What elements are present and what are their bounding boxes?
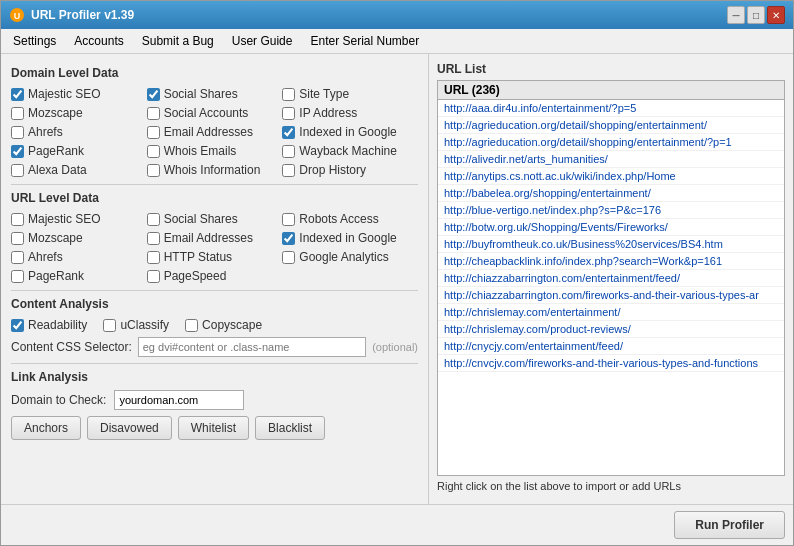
domain-wayback-machine: Wayback Machine xyxy=(282,143,418,159)
url-indexed-google: Indexed in Google xyxy=(282,230,418,246)
copyscape-label: Copyscape xyxy=(202,318,262,332)
domain-ip-address-checkbox[interactable] xyxy=(282,107,295,120)
main-window: U URL Profiler v1.39 ─ □ ✕ Settings Acco… xyxy=(0,0,794,546)
domain-alexa-checkbox[interactable] xyxy=(11,164,24,177)
list-item[interactable]: http://anytips.cs.nott.ac.uk/wiki/index.… xyxy=(438,168,784,185)
domain-majestic-seo-checkbox[interactable] xyxy=(11,88,24,101)
link-analysis-buttons: Anchors Disavowed Whitelist Blacklist xyxy=(11,416,418,440)
domain-input[interactable] xyxy=(114,390,244,410)
domain-majestic-seo: Majestic SEO xyxy=(11,86,147,102)
domain-label: Domain to Check: xyxy=(11,393,106,407)
url-mozscape: Mozscape xyxy=(11,230,147,246)
blacklist-button[interactable]: Blacklist xyxy=(255,416,325,440)
link-analysis-title: Link Analysis xyxy=(11,370,418,384)
list-item[interactable]: http://agrieducation.org/detail/shopping… xyxy=(438,117,784,134)
list-item[interactable]: http://agrieducation.org/detail/shopping… xyxy=(438,134,784,151)
domain-whois-info-checkbox[interactable] xyxy=(147,164,160,177)
minimize-button[interactable]: ─ xyxy=(727,6,745,24)
list-item[interactable]: http://alivedir.net/arts_humanities/ xyxy=(438,151,784,168)
css-selector-input[interactable] xyxy=(138,337,366,357)
url-email-addresses-checkbox[interactable] xyxy=(147,232,160,245)
run-profiler-button[interactable]: Run Profiler xyxy=(674,511,785,539)
copyscape-checkbox[interactable] xyxy=(185,319,198,332)
disavowed-button[interactable]: Disavowed xyxy=(87,416,172,440)
link-analysis-section: Link Analysis Domain to Check: Anchors D… xyxy=(11,370,418,440)
domain-social-shares-label: Social Shares xyxy=(164,87,238,101)
url-majestic-seo-checkbox[interactable] xyxy=(11,213,24,226)
domain-whois-emails-label: Whois Emails xyxy=(164,144,237,158)
anchors-button[interactable]: Anchors xyxy=(11,416,81,440)
url-pagerank-checkbox[interactable] xyxy=(11,270,24,283)
url-count: URL (236) xyxy=(444,83,500,97)
list-item[interactable]: http://cnvcjv.com/fireworks-and-their-va… xyxy=(438,355,784,372)
domain-mozscape-label: Mozscape xyxy=(28,106,83,120)
menu-accounts[interactable]: Accounts xyxy=(66,31,131,51)
menu-serial-number[interactable]: Enter Serial Number xyxy=(302,31,427,51)
url-mozscape-label: Mozscape xyxy=(28,231,83,245)
domain-indexed-google-label: Indexed in Google xyxy=(299,125,396,139)
url-google-analytics-checkbox[interactable] xyxy=(282,251,295,264)
domain-social-shares-checkbox[interactable] xyxy=(147,88,160,101)
domain-drop-history-checkbox[interactable] xyxy=(282,164,295,177)
url-majestic-seo: Majestic SEO xyxy=(11,211,147,227)
list-item[interactable]: http://chrislemay.com/product-reviews/ xyxy=(438,321,784,338)
domain-alexa: Alexa Data xyxy=(11,162,147,178)
right-panel: URL List URL (236) http://aaa.dir4u.info… xyxy=(429,54,793,504)
domain-email-addresses-checkbox[interactable] xyxy=(147,126,160,139)
domain-pagerank-checkbox[interactable] xyxy=(11,145,24,158)
domain-drop-history-label: Drop History xyxy=(299,163,366,177)
domain-pagerank-label: PageRank xyxy=(28,144,84,158)
readability-checkbox[interactable] xyxy=(11,319,24,332)
copyscape: Copyscape xyxy=(185,317,262,333)
url-pagespeed-checkbox[interactable] xyxy=(147,270,160,283)
domain-whois-emails: Whois Emails xyxy=(147,143,283,159)
domain-wayback-machine-checkbox[interactable] xyxy=(282,145,295,158)
url-robots-access-checkbox[interactable] xyxy=(282,213,295,226)
list-item[interactable]: http://chiazzabarrington.com/fireworks-a… xyxy=(438,287,784,304)
domain-social-accounts-checkbox[interactable] xyxy=(147,107,160,120)
whitelist-button[interactable]: Whitelist xyxy=(178,416,249,440)
window-controls: ─ □ ✕ xyxy=(727,6,785,24)
window-title: URL Profiler v1.39 xyxy=(31,8,134,22)
css-selector-row: Content CSS Selector: (optional) xyxy=(11,337,418,357)
list-item[interactable]: http://aaa.dir4u.info/entertainment/?p=5 xyxy=(438,100,784,117)
domain-mozscape-checkbox[interactable] xyxy=(11,107,24,120)
domain-ahrefs-checkbox[interactable] xyxy=(11,126,24,139)
list-item[interactable]: http://chiazzabarrington.com/entertainme… xyxy=(438,270,784,287)
list-item[interactable]: http://chrislemay.com/entertainment/ xyxy=(438,304,784,321)
readability-label: Readability xyxy=(28,318,87,332)
url-ahrefs: Ahrefs xyxy=(11,249,147,265)
list-item[interactable]: http://buyfromtheuk.co.uk/Business%20ser… xyxy=(438,236,784,253)
list-item[interactable]: http://babelea.org/shopping/entertainmen… xyxy=(438,185,784,202)
uclassify-checkbox[interactable] xyxy=(103,319,116,332)
url-http-status-checkbox[interactable] xyxy=(147,251,160,264)
url-level-grid: Majestic SEO Social Shares Robots Access… xyxy=(11,211,418,284)
menu-submit-bug[interactable]: Submit a Bug xyxy=(134,31,222,51)
close-button[interactable]: ✕ xyxy=(767,6,785,24)
list-item[interactable]: http://blue-vertigo.net/index.php?s=P&c=… xyxy=(438,202,784,219)
domain-indexed-google: Indexed in Google xyxy=(282,124,418,140)
url-ahrefs-checkbox[interactable] xyxy=(11,251,24,264)
url-indexed-google-checkbox[interactable] xyxy=(282,232,295,245)
content-analysis-checkboxes: Readability uClassify Copyscape xyxy=(11,317,418,333)
url-list-scroll[interactable]: http://aaa.dir4u.info/entertainment/?p=5… xyxy=(438,100,784,475)
url-pagerank: PageRank xyxy=(11,268,147,284)
url-list-container: URL (236) http://aaa.dir4u.info/entertai… xyxy=(437,80,785,476)
css-selector-label: Content CSS Selector: xyxy=(11,340,132,354)
url-social-shares-checkbox[interactable] xyxy=(147,213,160,226)
title-bar: U URL Profiler v1.39 ─ □ ✕ xyxy=(1,1,793,29)
menu-user-guide[interactable]: User Guide xyxy=(224,31,301,51)
domain-site-type-checkbox[interactable] xyxy=(282,88,295,101)
divider-3 xyxy=(11,363,418,364)
list-item[interactable]: http://cheapbacklink.info/index.php?sear… xyxy=(438,253,784,270)
url-mozscape-checkbox[interactable] xyxy=(11,232,24,245)
menu-bar: Settings Accounts Submit a Bug User Guid… xyxy=(1,29,793,54)
maximize-button[interactable]: □ xyxy=(747,6,765,24)
domain-whois-emails-checkbox[interactable] xyxy=(147,145,160,158)
list-item[interactable]: http://botw.org.uk/Shopping/Events/Firew… xyxy=(438,219,784,236)
domain-indexed-google-checkbox[interactable] xyxy=(282,126,295,139)
readability: Readability xyxy=(11,317,87,333)
url-pagespeed: PageSpeed xyxy=(147,268,283,284)
list-item[interactable]: http://cnycjy.com/entertainment/feed/ xyxy=(438,338,784,355)
menu-settings[interactable]: Settings xyxy=(5,31,64,51)
